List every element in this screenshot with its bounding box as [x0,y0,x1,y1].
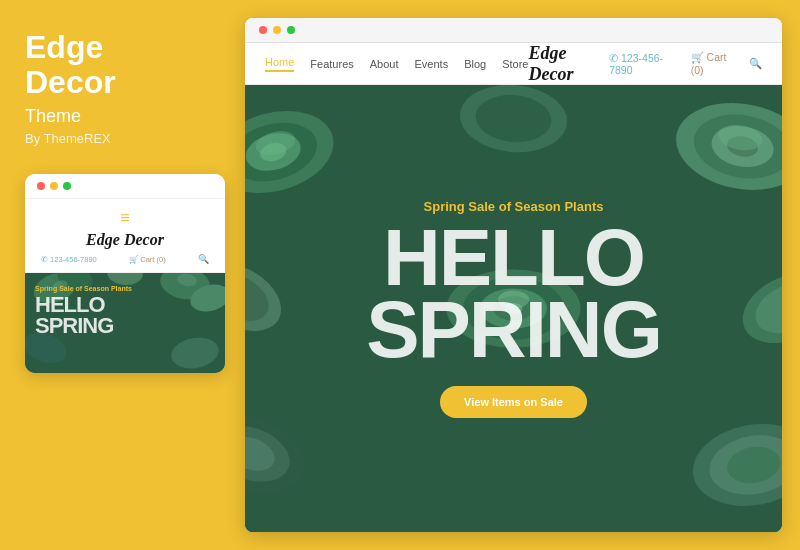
mobile-logo: Edge Decor [39,231,211,249]
dot-red [37,182,45,190]
hamburger-icon[interactable]: ≡ [39,209,211,227]
browser-titlebar [245,18,782,43]
browser-logo: Edge Decor [528,43,609,85]
hero-title: HELLO SPRING [366,222,661,366]
mobile-preview: ≡ Edge Decor ✆ 123-456-7890 🛒 Cart (0) 🔍 [25,174,225,373]
nav-about[interactable]: About [370,58,399,70]
mobile-cart: 🛒 Cart (0) [129,255,166,264]
hero-subtitle: Spring Sale of Season Plants [366,199,661,214]
hero-content: Spring Sale of Season Plants HELLO SPRIN… [346,179,681,438]
mobile-meta: ✆ 123-456-7890 🛒 Cart (0) 🔍 [39,254,211,264]
mobile-hero: Spring Sale of Season Plants HELLO SPRIN… [25,273,225,373]
mobile-search-icon[interactable]: 🔍 [198,254,209,264]
nav-events[interactable]: Events [415,58,449,70]
browser-dot-red [259,26,267,34]
left-panel: Edge Decor Theme By ThemeREX ≡ Edge Deco… [0,0,245,550]
mobile-titlebar [25,174,225,199]
mobile-hero-title: HELLO SPRING [35,295,215,337]
nav-blog[interactable]: Blog [464,58,486,70]
right-panel: Home Features About Events Blog Store Ed… [245,0,800,550]
dot-green [63,182,71,190]
nav-home[interactable]: Home [265,56,294,72]
theme-author: By ThemeREX [25,131,225,146]
browser-dot-yellow [273,26,281,34]
nav-cart[interactable]: 🛒 Cart (0) [691,51,737,76]
theme-title: Edge Decor [25,30,225,100]
browser-window: Home Features About Events Blog Store Ed… [245,18,782,532]
theme-subtitle: Theme [25,106,225,127]
hero-cta-button[interactable]: View Items on Sale [440,386,587,418]
mobile-header: ≡ Edge Decor ✆ 123-456-7890 🛒 Cart (0) 🔍 [25,199,225,273]
nav-store[interactable]: Store [502,58,528,70]
nav-phone: ✆ 123-456-7890 [609,52,679,76]
browser-nav: Home Features About Events Blog Store Ed… [245,43,782,85]
mobile-hero-subtitle: Spring Sale of Season Plants [35,285,215,292]
dot-yellow [50,182,58,190]
nav-search-icon[interactable]: 🔍 [749,57,762,70]
browser-dot-green [287,26,295,34]
mobile-phone: ✆ 123-456-7890 [41,255,97,264]
nav-features[interactable]: Features [310,58,353,70]
hero-section: Spring Sale of Season Plants HELLO SPRIN… [245,85,782,532]
nav-right: ✆ 123-456-7890 🛒 Cart (0) 🔍 [609,51,762,76]
nav-links: Home Features About Events Blog Store [265,56,528,72]
